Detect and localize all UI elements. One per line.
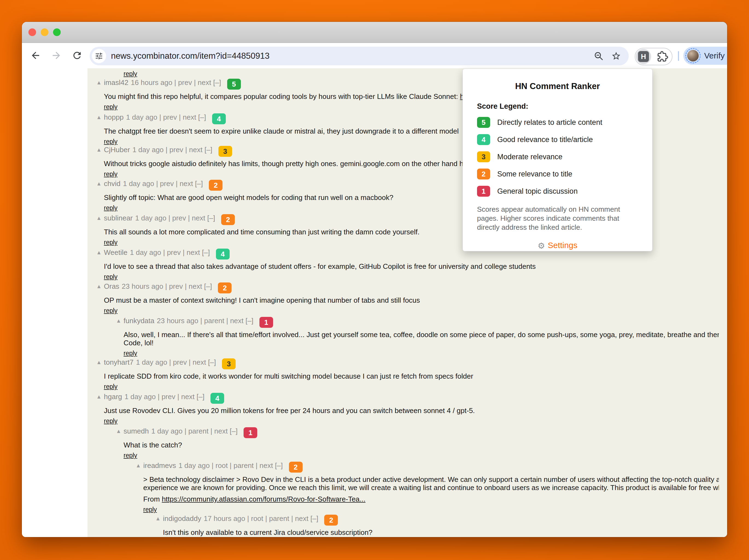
upvote-arrow-icon[interactable]: ▲ <box>96 214 104 222</box>
url-text[interactable]: news.ycombinator.com/item?id=44850913 <box>111 47 270 65</box>
comment-username[interactable]: indigodaddy <box>163 514 201 522</box>
bookmark-star-icon[interactable] <box>611 51 621 61</box>
comment-text-line: What is the catch? <box>124 441 719 449</box>
comment-link[interactable]: https://community.atlassian.com/forums/R… <box>162 495 365 503</box>
comment-meta[interactable]: 17 hours ago | root | parent | next [–] <box>204 514 318 522</box>
profile-chip[interactable]: Verify it <box>683 47 727 65</box>
popup-description: Scores appear automatically on HN commen… <box>477 205 638 232</box>
fullscreen-window-button[interactable] <box>53 28 61 36</box>
comment-meta[interactable]: 1 day ago | root | parent | next [–] <box>178 462 283 470</box>
comment-username[interactable]: hoppp <box>104 113 124 121</box>
reply-link[interactable]: reply <box>104 418 117 425</box>
legend-label: Directly relates to article content <box>497 118 602 127</box>
score-legend-heading: Score Legend: <box>477 102 652 111</box>
comment-meta[interactable]: 1 day ago | prev | next [–] <box>123 179 203 188</box>
comment-username[interactable]: sumedh <box>124 427 149 435</box>
comment-meta[interactable]: 1 day ago | prev | next [–] <box>126 113 206 121</box>
score-badge: 1 <box>477 186 490 197</box>
hn-comment-ranker-extension-button[interactable]: H <box>636 49 651 64</box>
comment-header: ▲Oras23 hours ago | prev | next [–]2 <box>96 282 719 293</box>
avatar <box>687 50 699 62</box>
window-titlebar[interactable] <box>22 22 727 43</box>
score-badge: 1 <box>259 317 273 328</box>
reply-link[interactable]: reply <box>124 350 137 357</box>
minimize-window-button[interactable] <box>41 28 48 36</box>
comment-username[interactable]: imasl42 <box>104 79 128 87</box>
comment-meta[interactable]: 1 day ago | prev | next [–] <box>130 248 210 256</box>
reply-link[interactable]: reply <box>104 383 117 390</box>
score-badge: 2 <box>289 462 303 473</box>
reply-link[interactable]: reply <box>143 506 157 513</box>
legend-label: General topic discussion <box>497 187 578 196</box>
reply-link[interactable]: reply <box>124 452 137 459</box>
upvote-arrow-icon[interactable]: ▲ <box>155 514 163 523</box>
comment-header: ▲funkydata23 hours ago | parent | next [… <box>116 316 719 328</box>
score-badge: 3 <box>222 358 236 369</box>
comment-username[interactable]: hgarg <box>104 393 122 401</box>
comment-username[interactable]: CjHuber <box>104 145 130 154</box>
comment-meta[interactable]: 23 hours ago | parent | next [–] <box>157 317 253 325</box>
comment: ▲sumedh1 day ago | parent | next [–]1 Wh… <box>116 427 719 460</box>
comment-username[interactable]: chvid <box>104 179 121 188</box>
comment-text-line: I'd love to see a thread that also takes… <box>104 262 719 270</box>
upvote-arrow-icon[interactable]: ▲ <box>96 248 104 257</box>
comment-meta[interactable]: 16 hours ago | prev | next [–] <box>131 79 221 87</box>
reply-link[interactable]: reply <box>104 138 117 145</box>
reload-button[interactable] <box>72 50 83 61</box>
score-badge: 2 <box>209 180 222 191</box>
close-window-button[interactable] <box>28 28 36 36</box>
upvote-arrow-icon[interactable]: ▲ <box>116 427 124 435</box>
upvote-arrow-icon[interactable]: ▲ <box>96 113 104 121</box>
zoom-out-icon[interactable] <box>594 51 604 61</box>
score-badge: 2 <box>218 283 232 293</box>
extension-h-icon: H <box>638 51 649 62</box>
reply-link[interactable]: reply <box>104 103 117 110</box>
comment-username[interactable]: sublinear <box>104 214 133 222</box>
reply-link[interactable]: reply <box>104 204 117 211</box>
forward-button[interactable] <box>51 50 62 61</box>
reply-link[interactable]: reply <box>104 273 117 280</box>
address-bar[interactable]: news.ycombinator.com/item?id=44850913 <box>90 47 629 65</box>
upvote-arrow-icon[interactable]: ▲ <box>96 145 104 154</box>
comment-username[interactable]: tonyhart7 <box>104 358 133 366</box>
reply-link[interactable]: reply <box>104 239 117 246</box>
comment-username[interactable]: funkydata <box>124 317 154 325</box>
back-button[interactable] <box>30 50 41 61</box>
comment-meta[interactable]: 23 hours ago | prev | next [–] <box>122 282 212 290</box>
comment-meta[interactable]: 1 day ago | prev | next [–] <box>136 358 216 366</box>
comment-meta[interactable]: 1 day ago | parent | next [–] <box>151 427 238 435</box>
upvote-arrow-icon[interactable]: ▲ <box>96 392 104 401</box>
comment-text: > Beta technology disclaimer > Rovo Dev … <box>143 475 719 492</box>
comment-username[interactable]: ireadmevs <box>143 462 176 470</box>
upvote-arrow-icon[interactable]: ▲ <box>116 316 124 325</box>
comment-username[interactable]: Oras <box>104 282 119 290</box>
reply-link[interactable]: reply <box>104 171 117 178</box>
upvote-arrow-icon[interactable]: ▲ <box>96 78 104 87</box>
comment-text: Isn't this only available to a current J… <box>163 528 719 537</box>
reply-link[interactable]: reply <box>124 70 137 77</box>
upvote-arrow-icon[interactable]: ▲ <box>96 358 104 366</box>
score-badge: 4 <box>212 113 226 124</box>
extensions-puzzle-icon[interactable] <box>657 51 668 62</box>
upvote-arrow-icon[interactable]: ▲ <box>135 461 143 470</box>
settings-link[interactable]: Settings <box>548 241 577 250</box>
score-badge: 3 <box>218 146 232 157</box>
legend-row: 4 Good relevance to title/article <box>477 134 652 145</box>
upvote-arrow-icon[interactable]: ▲ <box>96 282 104 291</box>
reply-row: reply <box>124 350 719 358</box>
score-badge: 3 <box>477 151 490 162</box>
comment-meta[interactable]: 1 day ago | prev | next [–] <box>125 393 205 401</box>
browser-window: news.ycombinator.com/item?id=44850913 H <box>22 22 727 537</box>
site-settings-icon[interactable] <box>92 49 106 63</box>
comment-text: Just use Rovodev CLI. Gives you 20 milli… <box>104 406 719 415</box>
comment-text-line: Isn't this only available to a current J… <box>163 528 719 537</box>
upvote-arrow-icon[interactable]: ▲ <box>96 179 104 188</box>
score-badge: 5 <box>227 79 241 90</box>
score-badge: 2 <box>477 169 490 179</box>
comment-meta[interactable]: 1 day ago | prev | next [–] <box>135 214 215 222</box>
reply-link[interactable]: reply <box>104 307 117 314</box>
comment-header: ▲ireadmevs1 day ago | root | parent | ne… <box>135 461 719 473</box>
comment-username[interactable]: Weetile <box>104 248 127 256</box>
legend-row: 3 Moderate relevance <box>477 151 652 162</box>
comment-meta[interactable]: 1 day ago | prev | next [–] <box>132 145 212 154</box>
